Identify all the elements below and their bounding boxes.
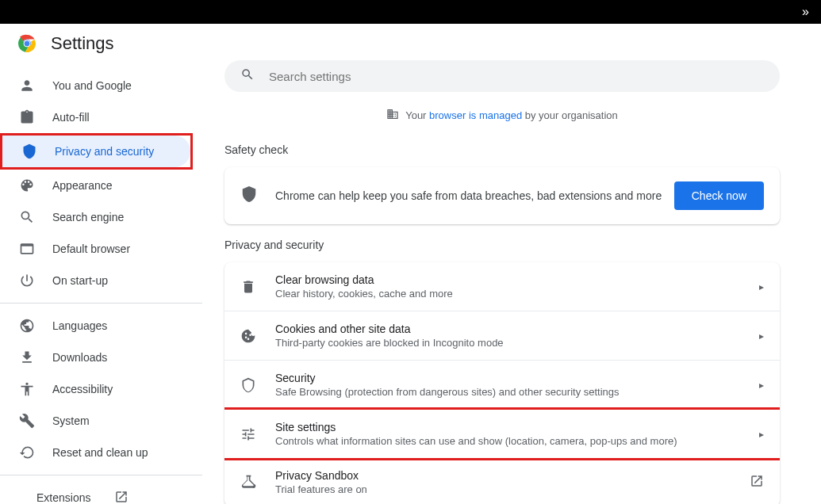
divider — [0, 475, 202, 475]
main-content: Your browser is managed by your organisa… — [202, 63, 821, 504]
launch-icon — [750, 474, 764, 491]
sidebar-item-auto-fill[interactable]: Auto-fill — [0, 101, 190, 133]
palette-icon — [19, 178, 35, 193]
settings-header: Settings — [0, 24, 821, 63]
sidebar-item-accessibility[interactable]: Accessibility — [0, 373, 190, 405]
sidebar-item-label: Reset and clean up — [52, 446, 148, 459]
sidebar-item-privacy-security[interactable]: Privacy and security — [2, 136, 190, 167]
row-subtitle: Third-party cookies are blocked in Incog… — [275, 337, 759, 349]
row-title: Clear browsing data — [275, 273, 759, 286]
row-security[interactable]: Security Safe Browsing (protection from … — [224, 361, 780, 410]
shield-icon — [240, 185, 258, 206]
sidebar-item-label: Languages — [52, 319, 107, 332]
privacy-card: Clear browsing data Clear history, cooki… — [224, 262, 780, 504]
sidebar-item-default-browser[interactable]: Default browser — [0, 233, 190, 265]
trash-icon — [240, 279, 256, 295]
sidebar-item-search-engine[interactable]: Search engine — [0, 201, 190, 233]
search-box[interactable] — [224, 60, 780, 92]
row-title: Privacy Sandbox — [275, 469, 750, 482]
chevron-right-icon: ▸ — [759, 380, 764, 391]
sidebar-item-downloads[interactable]: Downloads — [0, 342, 190, 373]
row-title: Site settings — [275, 421, 759, 433]
building-icon — [386, 108, 399, 123]
row-title: Security — [275, 372, 759, 384]
row-site-settings[interactable]: Site settings Controls what information … — [224, 407, 780, 460]
search-icon — [240, 67, 255, 85]
person-icon — [19, 78, 35, 94]
row-clear-browsing-data[interactable]: Clear browsing data Clear history, cooki… — [224, 262, 780, 311]
shield-icon — [21, 143, 37, 159]
globe-icon — [19, 318, 35, 334]
managed-notice: Your browser is managed by your organisa… — [224, 101, 780, 129]
chrome-logo-icon — [17, 34, 36, 53]
cookie-icon — [240, 328, 256, 344]
sidebar-item-system[interactable]: System — [0, 405, 190, 437]
download-icon — [19, 349, 35, 365]
row-subtitle: Trial features are on — [275, 483, 750, 495]
restore-icon — [19, 445, 35, 460]
row-subtitle: Safe Browsing (protection from dangerous… — [275, 386, 759, 398]
row-privacy-sandbox[interactable]: Privacy Sandbox Trial features are on — [224, 458, 780, 504]
browser-top-bar: » — [0, 0, 821, 24]
chevron-right-icon: ▸ — [759, 429, 764, 440]
sidebar-item-label: Search engine — [52, 211, 124, 223]
sidebar-item-appearance[interactable]: Appearance — [0, 170, 190, 201]
chevron-right-icon: ▸ — [759, 281, 764, 292]
row-cookies[interactable]: Cookies and other site data Third-party … — [224, 311, 780, 361]
wrench-icon — [19, 413, 35, 429]
sidebar-item-label: On start-up — [52, 274, 108, 287]
shield-outline-icon — [240, 377, 256, 393]
managed-link[interactable]: browser is managed — [429, 109, 522, 121]
safety-row: Chrome can help keep you safe from data … — [224, 167, 780, 224]
sidebar-item-label: Default browser — [52, 242, 130, 255]
divider — [0, 303, 202, 304]
search-icon — [19, 209, 35, 225]
sidebar-item-label: Auto-fill — [52, 111, 90, 124]
sidebar: You and Google Auto-fill Privacy and sec… — [0, 63, 202, 504]
search-input[interactable] — [269, 70, 764, 83]
sidebar-item-label: Privacy and security — [55, 145, 154, 158]
row-subtitle: Clear history, cookies, cache and more — [275, 288, 759, 300]
page-title: Settings — [51, 33, 114, 54]
safety-text: Chrome can help keep you safe from data … — [275, 189, 674, 202]
row-title: Cookies and other site data — [275, 323, 759, 335]
sidebar-item-label: You and Google — [52, 79, 132, 92]
sidebar-item-you-and-google[interactable]: You and Google — [0, 70, 190, 101]
clipboard-icon — [19, 109, 35, 125]
safety-card: Chrome can help keep you safe from data … — [224, 167, 780, 224]
launch-icon — [114, 490, 129, 505]
sidebar-item-reset[interactable]: Reset and clean up — [0, 437, 190, 468]
accessibility-icon — [19, 381, 35, 397]
sidebar-item-label: Appearance — [52, 179, 113, 192]
sidebar-item-label: Accessibility — [52, 383, 113, 395]
privacy-section-title: Privacy and security — [224, 239, 780, 251]
sidebar-item-extensions[interactable]: Extensions — [0, 482, 202, 504]
sidebar-item-label: System — [52, 414, 90, 427]
chevron-right-icon: ▸ — [759, 330, 764, 342]
flask-icon — [240, 475, 256, 491]
sidebar-item-label: Extensions — [36, 491, 90, 504]
tune-icon — [240, 426, 256, 442]
sidebar-item-languages[interactable]: Languages — [0, 310, 190, 342]
check-now-button[interactable]: Check now — [674, 181, 764, 210]
highlight-box-sidebar: Privacy and security — [0, 133, 193, 170]
safety-section-title: Safety check — [224, 143, 780, 156]
power-icon — [19, 273, 35, 288]
sidebar-item-on-startup[interactable]: On start-up — [0, 265, 190, 296]
row-subtitle: Controls what information sites can use … — [275, 435, 759, 447]
sidebar-item-label: Downloads — [52, 351, 107, 364]
browser-icon — [19, 241, 35, 257]
overflow-icon[interactable]: » — [802, 5, 809, 19]
